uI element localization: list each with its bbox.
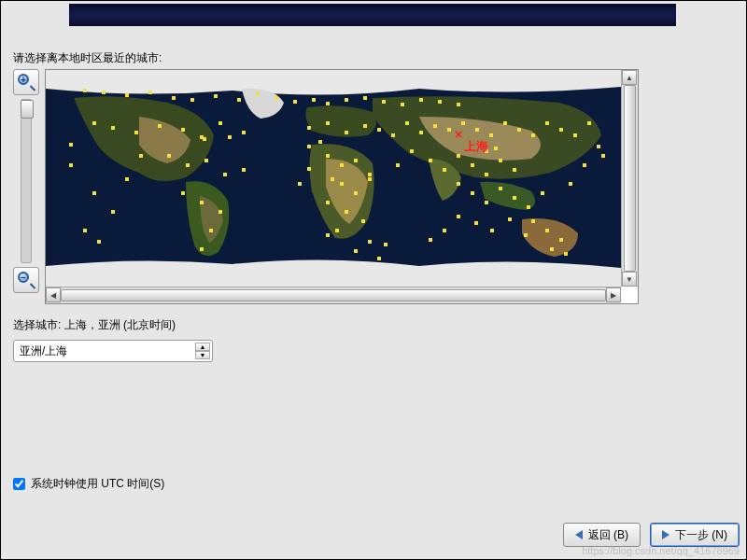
- selected-city-label: 选择城市: 上海，亚洲 (北京时间): [13, 317, 176, 333]
- scroll-down-icon[interactable]: ▼: [622, 272, 637, 287]
- svg-rect-101: [513, 196, 516, 200]
- svg-rect-64: [331, 177, 334, 181]
- svg-rect-47: [405, 121, 409, 125]
- zoom-slider-track[interactable]: [21, 99, 32, 263]
- svg-rect-10: [275, 96, 278, 100]
- svg-rect-7: [214, 94, 218, 98]
- map-vertical-scrollbar[interactable]: ▲ ▼: [621, 70, 638, 287]
- svg-rect-36: [218, 121, 222, 125]
- svg-rect-111: [111, 210, 115, 214]
- svg-rect-26: [354, 249, 358, 253]
- svg-rect-76: [474, 221, 478, 225]
- svg-rect-59: [545, 121, 549, 125]
- svg-rect-116: [601, 154, 605, 158]
- scroll-right-icon[interactable]: ▶: [606, 287, 621, 302]
- svg-rect-122: [203, 137, 206, 141]
- arrow-left-icon: [575, 530, 583, 539]
- svg-rect-46: [391, 133, 395, 137]
- utc-checkbox-row[interactable]: 系统时钟使用 UTC 时间(S): [13, 476, 164, 492]
- svg-rect-96: [377, 257, 381, 260]
- scroll-up-icon[interactable]: ▲: [622, 70, 637, 85]
- svg-rect-102: [527, 205, 530, 209]
- svg-rect-14: [318, 140, 322, 144]
- svg-rect-109: [564, 252, 568, 256]
- svg-rect-53: [461, 121, 465, 125]
- timezone-value: 亚洲/上海: [20, 343, 67, 359]
- svg-rect-121: [396, 163, 400, 167]
- svg-rect-67: [186, 163, 190, 167]
- svg-rect-19: [345, 98, 348, 102]
- svg-rect-15: [368, 240, 372, 244]
- svg-rect-112: [83, 229, 87, 232]
- svg-rect-110: [92, 191, 96, 195]
- world-map[interactable]: ×上海: [46, 70, 621, 287]
- svg-rect-74: [209, 229, 213, 232]
- svg-rect-37: [242, 131, 246, 134]
- svg-rect-68: [204, 159, 208, 162]
- svg-rect-85: [335, 229, 339, 232]
- svg-rect-88: [429, 159, 432, 162]
- svg-rect-69: [223, 173, 227, 176]
- timezone-select[interactable]: 亚洲/上海 ▲ ▼: [13, 340, 213, 362]
- svg-rect-45: [377, 128, 381, 132]
- svg-rect-22: [401, 103, 404, 106]
- back-button[interactable]: 返回 (B): [563, 523, 641, 547]
- svg-rect-2: [102, 91, 106, 94]
- svg-rect-80: [368, 173, 372, 176]
- svg-rect-23: [419, 98, 423, 102]
- vscroll-thumb[interactable]: [624, 85, 636, 272]
- svg-rect-117: [307, 145, 311, 148]
- zoom-in-button[interactable]: +: [13, 69, 39, 95]
- hscroll-thumb[interactable]: [61, 289, 606, 301]
- svg-rect-21: [382, 100, 386, 104]
- svg-rect-114: [583, 163, 586, 167]
- svg-rect-83: [326, 201, 330, 204]
- svg-rect-77: [326, 154, 330, 158]
- scroll-left-icon[interactable]: ◀: [46, 287, 61, 302]
- svg-rect-115: [597, 145, 600, 148]
- svg-rect-16: [293, 100, 297, 104]
- svg-rect-103: [541, 191, 544, 195]
- svg-rect-11: [139, 154, 143, 158]
- map-horizontal-scrollbar[interactable]: ◀ ▶: [46, 287, 621, 303]
- svg-rect-25: [457, 103, 460, 106]
- svg-rect-17: [312, 98, 316, 102]
- select-spinner[interactable]: ▲ ▼: [195, 343, 210, 359]
- svg-rect-20: [363, 96, 367, 100]
- zoom-control: + −: [13, 69, 41, 293]
- svg-rect-97: [457, 182, 460, 186]
- svg-rect-104: [494, 147, 498, 150]
- svg-rect-51: [368, 177, 372, 181]
- svg-rect-9: [256, 92, 260, 96]
- zoom-out-button[interactable]: −: [13, 267, 39, 293]
- svg-rect-65: [457, 215, 460, 218]
- svg-rect-87: [410, 149, 414, 153]
- svg-rect-28: [125, 177, 129, 181]
- timezone-map-area: + −: [13, 69, 639, 304]
- svg-rect-120: [326, 233, 330, 237]
- svg-rect-61: [573, 133, 577, 137]
- zoom-slider-thumb[interactable]: [21, 100, 34, 119]
- svg-rect-44: [363, 124, 367, 128]
- svg-rect-73: [218, 210, 222, 214]
- wizard-button-row: 返回 (B) 下一步 (N): [563, 523, 740, 547]
- svg-rect-18: [326, 102, 330, 105]
- svg-rect-84: [345, 210, 348, 214]
- svg-rect-49: [433, 124, 437, 128]
- chevron-up-icon[interactable]: ▲: [195, 343, 210, 351]
- svg-rect-1: [83, 89, 87, 92]
- svg-rect-79: [354, 159, 358, 162]
- svg-rect-33: [158, 124, 162, 128]
- svg-rect-98: [471, 191, 474, 195]
- utc-checkbox[interactable]: [13, 478, 25, 490]
- svg-rect-40: [97, 240, 101, 244]
- svg-rect-30: [92, 121, 96, 125]
- next-button[interactable]: 下一步 (N): [650, 523, 740, 547]
- svg-rect-90: [457, 154, 460, 158]
- map-frame: ×上海 ▲ ▼ ◀ ▶: [45, 69, 639, 304]
- svg-rect-105: [531, 219, 535, 223]
- svg-rect-82: [354, 191, 358, 195]
- svg-rect-113: [569, 182, 572, 186]
- chevron-down-icon[interactable]: ▼: [195, 351, 210, 359]
- svg-rect-94: [513, 168, 516, 172]
